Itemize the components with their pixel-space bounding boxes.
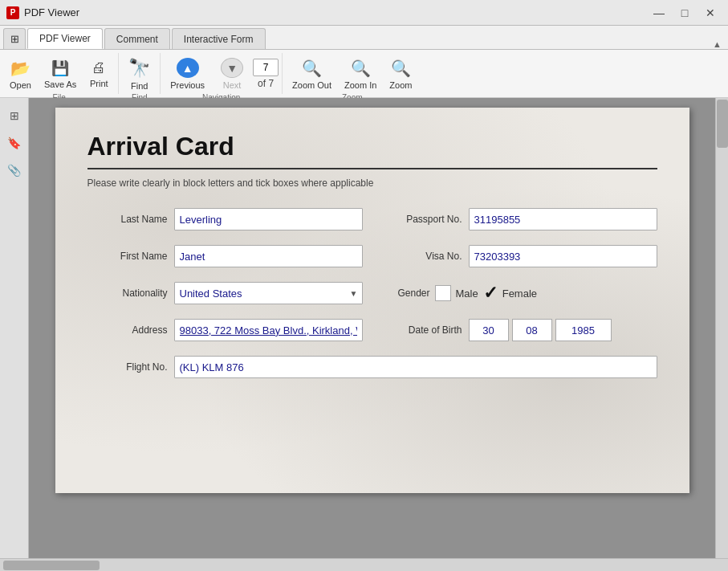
pdf-app-icon: P [6, 6, 19, 19]
tab-bar: ⊞ PDF Viewer Comment Interactive Form ▲ [0, 26, 728, 50]
zoom-out-icon: 🔍 [302, 59, 322, 78]
zoom-out-button[interactable]: 🔍 Zoom Out [286, 55, 338, 93]
pdf-subtitle: Please write clearly in block letters an… [87, 177, 657, 189]
zoom-in-label: Zoom In [344, 80, 376, 90]
next-button[interactable]: ▼ Next [214, 55, 250, 93]
previous-button[interactable]: ▲ Previous [164, 55, 211, 93]
view-mode-icon[interactable]: ⊞ [10, 33, 19, 45]
last-name-label: Last Name [87, 214, 168, 225]
page-indicator: 7 of 7 [253, 59, 279, 89]
tab-comment[interactable]: Comment [104, 28, 170, 49]
file-buttons: 📂 Open 💾 Save As 🖨 Print [3, 55, 115, 93]
zoom-buttons: 🔍 Zoom Out 🔍 Zoom In 🔍 Zoom [286, 55, 418, 93]
toolbar-zoom-section: 🔍 Zoom Out 🔍 Zoom In 🔍 Zoom Zoom [283, 53, 421, 94]
check-mark: ✓ [483, 283, 498, 304]
address-field: Address [87, 319, 363, 341]
collapse-icon: ▲ [713, 39, 722, 49]
nationality-select[interactable]: United States [174, 282, 363, 304]
nationality-select-wrapper: United States ▼ [174, 282, 363, 304]
flight-input[interactable] [174, 356, 657, 378]
dob-label: Date of Birth [382, 324, 462, 336]
passport-input[interactable] [469, 208, 657, 230]
toolbar: 📂 Open 💾 Save As 🖨 Print File 🔭 Find Fin… [0, 50, 728, 98]
bookmark-icon: 🔖 [7, 137, 21, 149]
tab-view-mode: ⊞ [3, 28, 26, 49]
attachment-button[interactable]: 📎 [3, 159, 26, 181]
nationality-gender-row: Nationality United States ▼ Gender Male … [87, 282, 657, 304]
title-bar-left: P PDF Viewer [6, 6, 79, 19]
open-button[interactable]: 📂 Open [3, 55, 38, 93]
dob-year-input[interactable] [555, 319, 612, 341]
binoculars-icon: 🔭 [128, 58, 150, 79]
print-label: Print [90, 79, 108, 88]
name-row: Last Name Passport No. [87, 208, 657, 230]
maximize-button[interactable]: □ [673, 4, 696, 22]
passport-label: Passport No. [382, 214, 462, 225]
open-icon: 📂 [10, 59, 31, 78]
toolbar-nav-section: ▲ Previous ▼ Next 7 of 7 Navigation [161, 53, 283, 94]
vertical-scrollbar[interactable] [715, 98, 728, 558]
h-scrollbar-thumb[interactable] [3, 561, 100, 570]
page-of-label: of 7 [258, 78, 274, 89]
address-input[interactable] [174, 319, 363, 341]
first-name-input[interactable] [174, 245, 363, 267]
tab-interactive-form[interactable]: Interactive Form [172, 28, 266, 49]
dob-inputs [469, 319, 657, 341]
bookmark-button[interactable]: 🔖 [3, 132, 26, 154]
flight-row: Flight No. [87, 356, 657, 378]
open-label: Open [10, 80, 31, 90]
horizontal-scrollbar[interactable] [0, 558, 728, 571]
close-button[interactable]: ✕ [699, 4, 722, 22]
zoom-icon: 🔍 [391, 59, 411, 78]
last-name-input[interactable] [174, 208, 363, 230]
first-name-field: First Name [87, 245, 363, 267]
address-dob-row: Address Date of Birth [87, 319, 657, 341]
content-area: ⊞ 🔖 📎 Arrival Card Please write clearly … [0, 98, 728, 558]
address-label: Address [87, 324, 168, 336]
save-icon: 💾 [51, 59, 69, 77]
visa-input[interactable] [469, 245, 657, 267]
pdf-title: Arrival Card [87, 132, 657, 161]
male-checkbox[interactable] [435, 285, 451, 301]
tab-pdf-viewer[interactable]: PDF Viewer [27, 28, 103, 49]
first-name-label: First Name [87, 251, 168, 262]
male-label: Male [456, 288, 478, 300]
nationality-label: Nationality [87, 288, 168, 299]
print-icon: 🖨 [92, 59, 106, 76]
visa-field: Visa No. [382, 245, 657, 267]
find-button[interactable]: 🔭 Find [122, 55, 157, 93]
main-container: ⊞ 🔖 📎 Arrival Card Please write clearly … [0, 98, 728, 571]
dob-day-input[interactable] [469, 319, 509, 341]
attachment-icon: 📎 [7, 164, 21, 177]
next-label: Next [223, 80, 242, 90]
tab-bar-collapse[interactable]: ▲ [713, 39, 725, 49]
title-bar: P PDF Viewer — □ ✕ [0, 0, 728, 26]
visa-label: Visa No. [382, 251, 462, 262]
save-as-button[interactable]: 💾 Save As [38, 55, 83, 93]
zoom-label: Zoom [389, 80, 412, 90]
pages-icon: ⊞ [10, 109, 19, 122]
zoom-in-button[interactable]: 🔍 Zoom In [338, 55, 383, 93]
flight-label: Flight No. [87, 361, 168, 373]
dob-month-input[interactable] [512, 319, 552, 341]
save-label: Save As [44, 80, 76, 89]
previous-icon: ▲ [177, 58, 199, 78]
female-label: Female [502, 288, 537, 300]
passport-field: Passport No. [382, 208, 657, 230]
pdf-area: Arrival Card Please write clearly in blo… [29, 98, 715, 558]
gender-label: Gender [382, 288, 430, 299]
print-button[interactable]: 🖨 Print [83, 55, 115, 93]
window-title: PDF Viewer [24, 6, 79, 18]
pdf-page: Arrival Card Please write clearly in blo… [55, 108, 689, 493]
zoom-button[interactable]: 🔍 Zoom [383, 55, 418, 93]
page-panel-button[interactable]: ⊞ [3, 104, 26, 127]
minimize-button[interactable]: — [648, 4, 670, 22]
firstname-row: First Name Visa No. [87, 245, 657, 267]
next-icon: ▼ [221, 58, 243, 78]
left-sidebar: ⊞ 🔖 📎 [0, 98, 29, 558]
page-number-input[interactable]: 7 [253, 59, 279, 76]
toolbar-file-section: 📂 Open 💾 Save As 🖨 Print File [0, 53, 119, 94]
scrollbar-thumb[interactable] [717, 100, 728, 148]
last-name-field: Last Name [87, 208, 363, 230]
pdf-title-divider [87, 168, 657, 169]
